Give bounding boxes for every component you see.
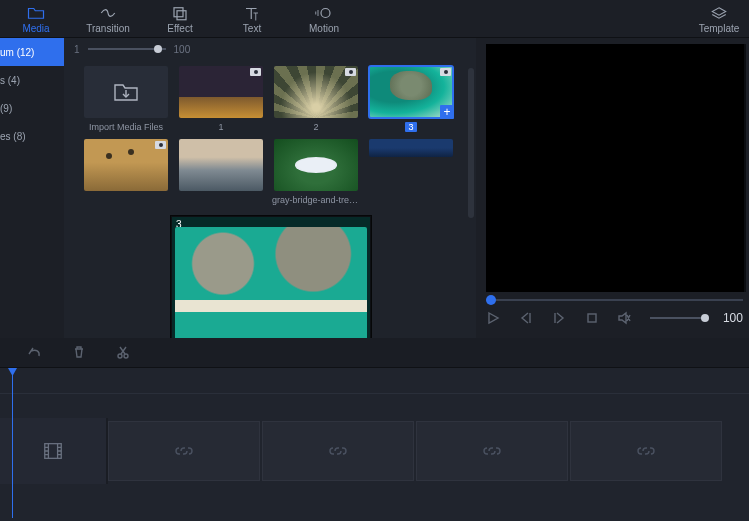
template-icon [710, 5, 728, 21]
transition-icon [99, 5, 117, 21]
text-icon [243, 5, 261, 21]
video-badge-icon [250, 68, 261, 76]
sidebar: um (12) s (4) (9) es (8) [0, 38, 64, 338]
film-icon [42, 440, 64, 462]
sidebar-item[interactable]: (9) [0, 94, 64, 122]
clip-slot[interactable] [262, 421, 414, 481]
media-thumb-selected[interactable]: + [369, 66, 453, 118]
next-frame-button[interactable] [551, 310, 566, 326]
split-button[interactable] [116, 345, 130, 361]
playhead[interactable] [12, 368, 13, 518]
tab-text[interactable]: Text [216, 0, 288, 38]
tab-transition[interactable]: Transition [72, 0, 144, 38]
thumb-caption: 1 [218, 122, 223, 132]
preview-panel: 100 [480, 38, 749, 338]
zoom-slider[interactable] [88, 48, 166, 50]
media-thumb[interactable] [274, 66, 358, 118]
prev-frame-button[interactable] [519, 310, 534, 326]
media-thumb[interactable] [179, 139, 263, 191]
effect-icon [171, 5, 189, 21]
volume-value: 100 [723, 311, 743, 325]
volume-slider[interactable] [650, 317, 705, 319]
clip-slot[interactable] [416, 421, 568, 481]
svg-rect-0 [174, 7, 183, 16]
import-icon [113, 81, 139, 103]
stop-button[interactable] [584, 310, 599, 326]
link-icon [329, 444, 347, 458]
drag-preview-image [175, 227, 367, 349]
motion-icon [315, 5, 333, 21]
sidebar-item-album[interactable]: um (12) [0, 38, 64, 66]
import-tile[interactable] [84, 66, 168, 118]
media-thumb[interactable] [369, 139, 453, 157]
media-thumb[interactable] [179, 66, 263, 118]
svg-rect-1 [177, 10, 186, 19]
tab-template[interactable]: Template [689, 0, 749, 38]
clip-slot[interactable] [108, 421, 260, 481]
timeline [0, 368, 749, 521]
top-toolbar: Media Transition Effect Text Motion Temp… [0, 0, 749, 38]
video-badge-icon [155, 141, 166, 149]
tab-label: Transition [86, 23, 130, 34]
tab-label: Effect [167, 23, 192, 34]
media-grid: Import Media Files 1 2 + 3 gra [64, 60, 476, 211]
delete-button[interactable] [72, 345, 86, 361]
link-icon [175, 444, 193, 458]
media-thumb[interactable] [274, 139, 358, 191]
seek-bar[interactable] [486, 296, 743, 304]
tab-label: Motion [309, 23, 339, 34]
zoom-min: 1 [74, 44, 80, 55]
tab-label: Media [22, 23, 49, 34]
link-icon [483, 444, 501, 458]
tab-label: Template [699, 23, 740, 34]
timeline-action-bar [0, 338, 749, 368]
svg-rect-3 [588, 314, 596, 322]
thumb-caption[interactable]: 3 [405, 122, 416, 132]
timeline-ruler[interactable] [0, 368, 749, 394]
tab-effect[interactable]: Effect [144, 0, 216, 38]
sidebar-item[interactable]: s (4) [0, 66, 64, 94]
drag-preview[interactable]: 3 [171, 216, 371, 358]
preview-controls: 100 [486, 310, 743, 326]
tab-label: Text [243, 23, 261, 34]
sidebar-item[interactable]: es (8) [0, 122, 64, 150]
thumb-zoom: 1 100 [64, 38, 476, 60]
link-icon [637, 444, 655, 458]
mute-button[interactable] [617, 310, 632, 326]
svg-point-4 [118, 354, 122, 358]
add-to-timeline-button[interactable]: + [440, 105, 454, 119]
track-body[interactable] [108, 418, 749, 484]
video-badge-icon [345, 68, 356, 76]
preview-canvas[interactable] [486, 44, 746, 292]
track-head[interactable] [0, 418, 108, 484]
folder-icon [27, 5, 45, 21]
undo-button[interactable] [28, 345, 42, 361]
thumb-caption: gray-bridge-and-trees... [272, 195, 360, 205]
zoom-max: 100 [174, 44, 191, 55]
video-badge-icon [440, 68, 451, 76]
clip-slot[interactable] [570, 421, 722, 481]
media-scrollbar[interactable] [468, 68, 474, 328]
play-button[interactable] [486, 310, 501, 326]
media-thumb[interactable] [84, 139, 168, 191]
import-caption: Import Media Files [89, 122, 163, 132]
tab-motion[interactable]: Motion [288, 0, 360, 38]
tab-media[interactable]: Media [0, 0, 72, 38]
svg-point-2 [321, 8, 330, 17]
video-track [0, 418, 749, 484]
thumb-caption: 2 [313, 122, 318, 132]
svg-point-5 [124, 354, 128, 358]
